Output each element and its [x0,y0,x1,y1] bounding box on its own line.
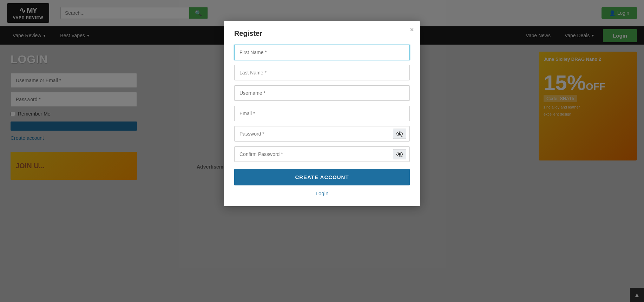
modal-close-button[interactable]: × [410,26,414,33]
eye-slash-icon: 👁️‍🗨️ [396,131,403,137]
modal-overlay: Register × 👁️‍🗨️ 👁️‍🗨️ CREATE ACCOUNT Lo… [0,0,644,302]
last-name-input[interactable] [234,65,410,80]
toggle-confirm-password-button[interactable]: 👁️‍🗨️ [393,149,406,159]
eye-slash-icon: 👁️‍🗨️ [396,151,403,157]
modal-login-link[interactable]: Login [234,190,410,196]
password-register-input[interactable] [234,126,410,142]
first-name-input[interactable] [234,45,410,60]
create-account-button[interactable]: CREATE ACCOUNT [234,169,410,185]
register-modal: Register × 👁️‍🗨️ 👁️‍🗨️ CREATE ACCOUNT Lo… [224,21,420,206]
password-field-wrap: 👁️‍🗨️ [234,126,410,142]
email-input[interactable] [234,106,410,121]
confirm-password-field-wrap: 👁️‍🗨️ [234,146,410,162]
username-register-input[interactable] [234,85,410,101]
modal-title: Register [234,29,410,38]
confirm-password-input[interactable] [234,146,410,162]
toggle-password-button[interactable]: 👁️‍🗨️ [393,129,406,139]
